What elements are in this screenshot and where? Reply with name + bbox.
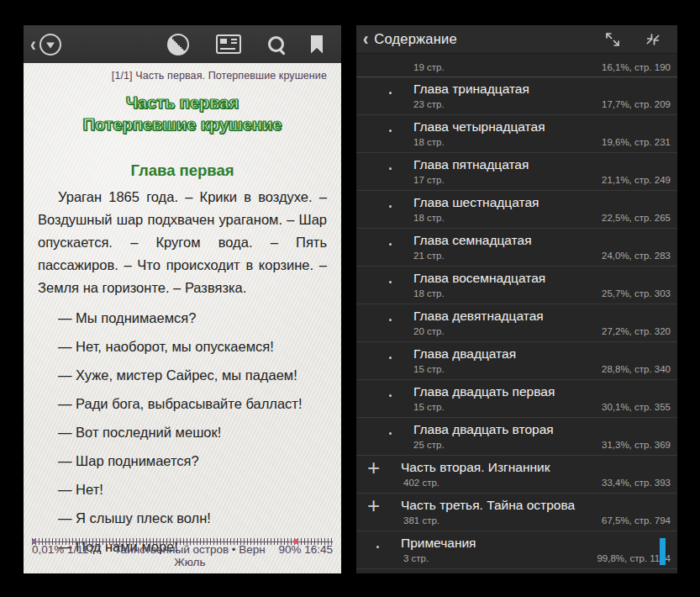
toc-list: Глава тринадцатая 23 стр. 17,7%, стр. 20… [356,77,677,569]
toc-row-position: 24,0%, стр. 283 [602,251,671,261]
toc-row-title: Глава четырнадцатая [413,119,677,135]
toc-row[interactable]: Глава пятнадцатая 17 стр. 21,1%, стр. 24… [356,153,677,191]
toc-row-position: 67,5%, стр. 794 [602,515,671,526]
leaf-dot-icon [389,129,392,132]
toc-row-title: Глава шестнадцатая [413,194,677,211]
toc-row-pages: 18 стр. [413,288,445,298]
toc-row-pages: 18 стр. [413,213,445,223]
book-page[interactable]: [1/1] Часть первая. Потерпевшие крушение… [24,63,341,573]
toc-row[interactable]: Глава семнадцатая 21 стр. 24,0%, стр. 28… [356,229,677,267]
toc-row-pages: 21 стр. [413,251,445,261]
toc-row[interactable]: Примечания 3 стр. 99,8%, стр. 1174 [356,531,677,569]
toc-row[interactable]: Глава двадцатая 15 стр. 28,8%, стр. 340 [356,342,677,380]
contents-card-icon[interactable] [216,34,241,54]
toc-row[interactable]: Глава шестнадцатая 18 стр. 22,5%, стр. 2… [356,191,677,229]
toc-row-pages: 19 стр. [413,62,445,72]
book-part-title: Часть первая Потерпевшие крушение [38,92,327,135]
back-button[interactable]: ‹ [30,34,61,55]
toc-row-position: 25,7%, стр. 303 [602,288,671,298]
toc-row-title: Глава пятнадцатая [413,156,677,173]
reader-panel: ‹ [1/1] Часть первая. Потерпевшие крушен… [24,25,341,573]
paragraph: — Мы поднимаемся? [38,307,327,330]
paragraph: — Нет! [38,478,327,501]
toc-row-position: 22,5%, стр. 265 [602,213,671,223]
toc-row-title: Глава девятнадцатая [413,308,677,325]
toc-row[interactable]: + Часть вторая. Изгнанник 402 стр. 33,4%… [356,456,677,494]
leaf-dot-icon [389,205,392,208]
toc-row-title: Часть вторая. Изгнанник [401,459,677,476]
bookmark-icon[interactable] [311,35,323,54]
paragraph: — Хуже, мистер Сайрес, мы падаем! [38,364,327,387]
toc-row-title: Глава двадцатая [413,346,677,362]
toc-row-pages: 25 стр. [413,440,445,450]
toc-row-title: Примечания [401,535,677,552]
status-battery-time: 90% 16:45 [278,543,333,556]
toc-row-pages: 18 стр. [413,137,445,147]
search-icon[interactable] [268,36,284,52]
paragraph: — Ради бога, выбрасывайте бал­ласт! [38,393,327,415]
toc-row-pages: 402 стр. [403,478,439,488]
toc-row-position: 19,6%, стр. 231 [602,137,671,147]
expand-plus-icon[interactable]: + [367,494,380,516]
contrast-icon[interactable] [167,34,189,55]
toc-row-pages: 15 стр. [413,364,445,374]
toc-row[interactable]: Глава тринадцатая 23 стр. 17,7%, стр. 20… [356,77,677,115]
status-progress: 0,01% 1/1177 [32,543,101,556]
toc-row-position: 28,8%, стр. 340 [602,364,671,374]
reader-toolbar: ‹ [24,25,341,63]
toc-row-pages: 17 стр. [413,175,445,185]
toc-row-title: Глава семнадцатая [413,232,677,249]
leaf-dot-icon [389,92,392,94]
toc-row-title: Часть третья. Тайна острова [401,497,677,514]
toc-row-pages: 381 стр. [403,515,439,526]
toc-row-position: 27,2%, стр. 320 [602,326,671,336]
toc-row-pages: 3 стр. [403,553,429,563]
toc-panel: ‹ Содержание 19 стр. 16,1%, стр. 190 [356,25,677,573]
toc-row-partial[interactable]: 19 стр. 16,1%, стр. 190 [356,54,677,77]
expand-all-icon[interactable] [603,30,622,49]
toc-row[interactable]: Глава двадцать вторая 25 стр. 31,3%, стр… [356,418,677,456]
toc-row-position: 31,3%, стр. 369 [602,440,671,450]
menu-dropdown-icon[interactable] [39,34,61,55]
paragraph: Ураган 1865 года. – Крики в возду­хе. – … [38,186,327,299]
collapse-all-icon[interactable] [644,30,662,49]
leaf-dot-icon [389,319,392,321]
leaf-dot-icon [389,167,392,170]
status-book-title: Таинственный остров • Верн Жюль [101,543,278,568]
expand-plus-icon[interactable]: + [367,457,380,478]
toc-row-pages: 20 стр. [413,326,445,336]
toc-row[interactable]: Глава четырнадцатая 18 стр. 19,6%, стр. … [356,115,677,153]
leaf-dot-icon [389,432,392,435]
paragraph: — Вот последний мешок! [38,421,327,444]
body-text: Ураган 1865 года. – Крики в возду­хе. – … [38,186,327,558]
toc-scrollbar-thumb[interactable] [660,538,666,565]
paragraph: — Шар поднимается? [38,450,327,473]
leaf-dot-icon [389,394,392,397]
toc-back-chevron-icon[interactable]: ‹ [363,29,368,50]
toc-title: Содержание [374,31,456,47]
page-header: [1/1] Часть первая. Потерпевшие крушение [38,70,327,82]
toc-row-title: Глава тринадцатая [413,81,677,98]
leaf-dot-icon [389,281,392,283]
status-bar: 0,01% 1/1177 Таинственный остров • Верн … [32,543,333,568]
toc-row-title: Глава восемнадцатая [413,270,677,287]
toc-row-position: 16,1%, стр. 190 [602,62,671,72]
toc-row-pages: 23 стр. [413,99,445,109]
toc-row-position: 17,7%, стр. 209 [602,99,671,109]
back-chevron-icon: ‹ [30,34,36,55]
toc-row-position: 30,1%, стр. 355 [602,402,671,412]
leaf-dot-icon [389,357,392,359]
toc-row[interactable]: Глава девятнадцатая 20 стр. 27,2%, стр. … [356,304,677,342]
toc-row-position: 21,1%, стр. 249 [602,175,671,185]
paragraph: — Я слышу плеск волн! [38,507,327,530]
toc-header: ‹ Содержание [356,25,677,54]
toc-row[interactable]: + Часть третья. Тайна острова 381 стр. 6… [356,494,677,531]
toc-row-position: 33,4%, стр. 393 [602,478,671,488]
leaf-dot-icon [376,546,379,548]
leaf-dot-icon [389,243,392,246]
toc-row[interactable]: Глава восемнадцатая 18 стр. 25,7%, стр. … [356,267,677,304]
toc-row-title: Глава двадцать вторая [413,421,677,438]
toc-row[interactable]: Глава двадцать первая 15 стр. 30,1%, стр… [356,380,677,418]
toc-row-title: Глава двадцать первая [413,383,677,400]
chapter-heading: Глава первая [38,161,327,180]
